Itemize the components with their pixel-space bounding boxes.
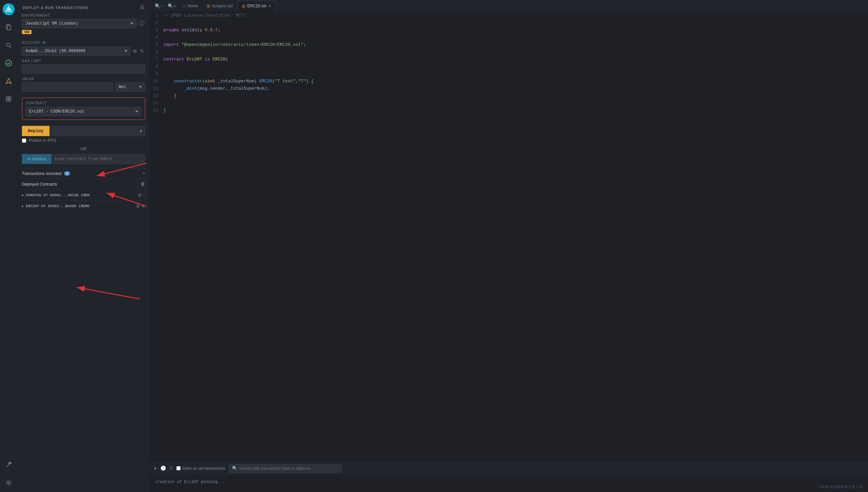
account-add-icon[interactable]: ⊕ [42,40,46,45]
at-address-row: At Address [17,154,150,168]
contract-item-label-2: ERC20T AT 0X652...BA595 (MEMO [26,204,134,208]
tab-erc20-close-icon[interactable]: ✕ [268,4,271,8]
code-line-4: 4 [150,34,868,41]
deploy-button[interactable]: Deploy [22,126,49,136]
deployed-contract-item-2: ▶ ERC20T AT 0X652...BA595 (MEMO ⧉ ✕ [22,200,145,212]
deployed-contracts-trash-icon[interactable]: 🗑 [141,181,145,187]
bottom-chevron-button[interactable]: ▾ [154,466,156,471]
contract-close-button-2[interactable]: ✕ [142,204,145,209]
contract-expand-arrow-1[interactable]: ▶ [22,193,24,197]
panel-menu-icon[interactable]: ☰ [140,5,145,10]
value-section: VALUE 0 Wei [17,77,150,95]
deploy-chevron-button[interactable]: ▾ [137,126,145,136]
value-input[interactable]: 0 [22,82,113,92]
tab-kongtou-label: kongtou.sol [212,4,232,8]
account-copy-button[interactable]: ⧉ [132,47,138,55]
deployed-contracts-label: Deployed Contracts [22,182,57,187]
code-editor[interactable]: 1 // SPDX-License-Identifier: MIT; 2 3 p… [150,12,868,461]
account-edit-button[interactable]: ✎ [139,47,145,55]
gas-limit-label: GAS LIMIT [22,59,145,63]
svg-rect-11 [6,99,8,101]
account-row: 0xAb8...35cb2 (99.9999999 ⧉ ✎ [22,47,145,56]
watermark: CSDN @后端常规开发人员 [819,484,863,489]
zoom-in-button[interactable]: 🔍+ [166,2,178,10]
account-section: ACCOUNT ⊕ 0xAb8...35cb2 (99.9999999 ⧉ ✎ [17,40,150,59]
sidebar-item-plugin[interactable] [3,93,15,105]
sidebar-item-files[interactable] [3,21,15,33]
sidebar-item-tools[interactable] [3,459,15,471]
main-area: 🔍− 🔍+ ⌂ Home ◎ kongtou.sol ◎ ERC20.sol ✕… [150,0,868,492]
panel-header: DEPLOY & RUN TRANSACTIONS ☰ [17,0,150,14]
transaction-search-wrap: 🔍 [229,464,342,473]
listen-transactions-label: listen on all transactions [183,466,225,471]
svg-marker-8 [6,78,11,84]
value-unit-select[interactable]: Wei [115,82,145,92]
deploy-input-wrap: 1000 ▾ [49,126,145,136]
svg-point-7 [6,60,11,66]
gas-limit-input[interactable]: 3000000 [22,65,145,74]
contract-copy-button-2[interactable]: ⧉ [137,203,140,209]
listen-transactions-checkbox[interactable] [176,466,181,470]
zoom-out-button[interactable]: 🔍− [153,2,165,10]
contract-item-label-1: KONGTOU AT 0XD91...39138 (MEM [26,193,136,197]
deploy-args-input[interactable]: 1000 [49,127,137,136]
value-row: 0 Wei [22,82,145,92]
deploy-section: Deploy 1000 ▾ [22,126,145,136]
contract-label: CONTRACT [26,101,142,105]
transactions-section: Transactions recorded 4 ▾ Deployed Contr… [17,168,150,212]
tab-home[interactable]: ⌂ Home [179,1,202,11]
clock-icon: 🕐 [160,465,166,471]
svg-point-5 [6,43,10,47]
deployed-contracts-left: Deployed Contracts [22,182,57,187]
environment-label: ENVIRONMENT [22,14,145,17]
code-line-1: 1 // SPDX-License-Identifier: MIT; [150,12,868,19]
svg-rect-12 [9,99,11,101]
gas-limit-section: GAS LIMIT 3000000 [17,59,150,77]
transactions-count-badge: 4 [64,171,70,176]
tab-erc20[interactable]: ◎ ERC20.sol ✕ [238,1,276,11]
sidebar-item-verify[interactable] [3,57,15,69]
sidebar-item-settings[interactable] [3,477,15,489]
environment-select[interactable]: JavaScript VM (London) [22,19,137,28]
at-address-button[interactable]: At Address [22,154,51,164]
contract-copy-button-1[interactable]: ⧉ [138,193,141,198]
transaction-search-input[interactable] [240,466,339,471]
contract-expand-arrow-2[interactable]: ▶ [22,204,24,208]
icon-bar [0,0,17,492]
side-panel: DEPLOY & RUN TRANSACTIONS ☰ ENVIRONMENT … [17,0,150,492]
environment-info-icon[interactable]: ⓘ [139,20,145,28]
transactions-recorded-left: Transactions recorded 4 [22,171,70,176]
svg-point-13 [8,482,10,484]
tab-kongtou-icon: ◎ [206,3,210,8]
transactions-recorded-row[interactable]: Transactions recorded 4 ▾ [22,168,145,179]
code-line-6: 6 [150,48,868,56]
transactions-recorded-label: Transactions recorded [22,171,61,176]
at-address-input[interactable] [51,154,145,164]
publish-ipfs-checkbox[interactable] [22,139,26,143]
vm-badge: VM [22,30,31,34]
contract-select[interactable]: Erc20T - CSDN/ERC20.sol [26,107,142,116]
code-line-13: 13 [150,100,868,107]
account-select[interactable]: 0xAb8...35cb2 (99.9999999 [22,47,130,56]
svg-rect-9 [6,97,8,99]
sidebar-item-search[interactable] [3,39,15,51]
svg-line-6 [10,47,11,48]
code-line-5: 5 import "@openzeppelin/contracts/token/… [150,41,868,48]
code-line-8: 8 [150,63,868,70]
app-logo[interactable] [3,3,15,15]
deployed-contracts-row[interactable]: Deployed Contracts 🗑 [22,179,145,190]
code-line-12: 12 } [150,92,868,100]
tab-erc20-label: ERC20.sol [247,4,266,8]
environment-section: ENVIRONMENT JavaScript VM (London) ⓘ VM [17,14,150,40]
listen-transactions-row: listen on all transactions [176,466,225,471]
svg-point-2 [8,8,10,10]
code-line-2: 2 [150,19,868,27]
code-line-9: 9 [150,70,868,78]
contract-close-button-1[interactable]: − [143,193,145,197]
tab-kongtou[interactable]: ◎ kongtou.sol [202,1,237,11]
value-label: VALUE [22,77,145,81]
code-line-3: 3 pragma solidity 0.8.7; [150,27,868,34]
deployed-contract-item-1: ▶ KONGTOU AT 0XD91...39138 (MEM ⧉ − [22,190,145,200]
sidebar-item-deploy[interactable] [3,75,15,87]
svg-rect-10 [9,97,11,99]
